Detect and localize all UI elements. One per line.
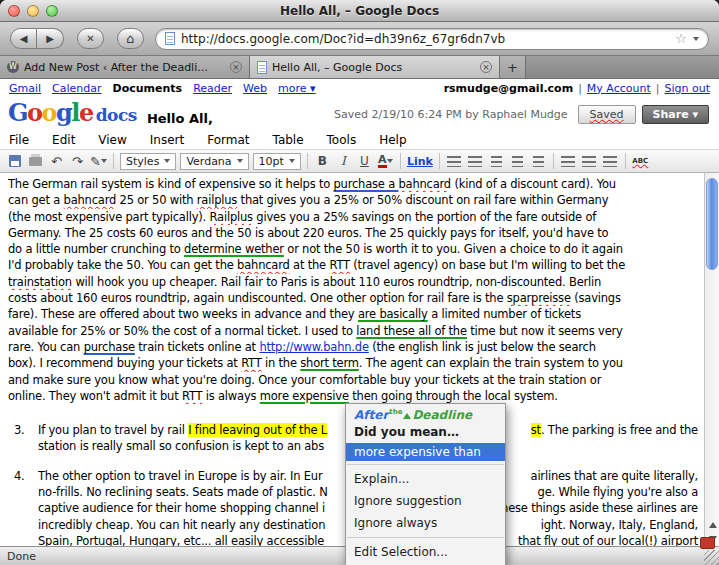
text-segment: no-frills. No reclining seats. Seats mad…: [38, 485, 328, 499]
menu-item-edit[interactable]: Edit: [52, 133, 75, 147]
text-segment: at the: [290, 258, 330, 272]
format-painter-button[interactable]: ✎: [90, 153, 107, 170]
menu-item-table[interactable]: Table: [273, 133, 304, 147]
text-segment: ge. While flying you're also a: [538, 485, 698, 499]
insert-link-button[interactable]: Link: [407, 153, 433, 170]
indent-increase-button[interactable]: [509, 153, 526, 170]
url-input[interactable]: [181, 32, 669, 46]
menu-item-view[interactable]: View: [98, 133, 126, 147]
indent-decrease-button[interactable]: [488, 153, 505, 170]
browser-tab[interactable]: WAdd New Post ‹ After the Deadli...×: [0, 56, 250, 78]
close-window-button[interactable]: [8, 5, 20, 17]
text-segment: and make sure you know what you're doing…: [8, 373, 601, 387]
line-left-fragment: If you plan to travel by rail I find lea…: [38, 423, 327, 437]
align-left-icon: [561, 156, 575, 167]
popup-menu-item[interactable]: Ignore always: [346, 512, 505, 534]
scrollbar-thumb[interactable]: [706, 178, 718, 270]
document-title: Hello All,: [147, 111, 213, 126]
redo-button[interactable]: ↷: [69, 153, 86, 170]
undo-button[interactable]: ↶: [48, 153, 65, 170]
tab-title: Hello All, – Google Docs: [272, 61, 475, 74]
font-dropdown[interactable]: Verdana: [180, 153, 248, 170]
print-icon: [29, 157, 42, 166]
text-segment: are basically: [358, 307, 428, 321]
text-segment: Railplus: [210, 210, 253, 224]
scroll-up-button[interactable]: [705, 518, 719, 532]
account-link[interactable]: My Account: [587, 82, 651, 95]
google-service-link[interactable]: Web: [243, 82, 267, 95]
menu-item-insert[interactable]: Insert: [150, 133, 184, 147]
text-segment: trainstation: [8, 275, 72, 289]
zoom-window-button[interactable]: [46, 5, 58, 17]
popup-menu-item[interactable]: Edit Selection...: [346, 541, 505, 563]
menu-item-help[interactable]: Help: [379, 133, 406, 147]
bullet-list-button[interactable]: [467, 153, 484, 170]
menu-item-file[interactable]: File: [9, 133, 29, 147]
spellcheck-button[interactable]: ABC: [632, 153, 649, 170]
logo-letter: o: [27, 98, 42, 127]
save-button-toolbar[interactable]: [6, 153, 23, 170]
align-right-button[interactable]: [602, 153, 619, 170]
italic-button[interactable]: I: [335, 153, 352, 170]
text-segment: incredibly cheap. You can hit nearly any…: [38, 518, 325, 532]
google-service-link[interactable]: Reader: [193, 82, 232, 95]
vertical-scrollbar[interactable]: [704, 173, 719, 546]
window-titlebar[interactable]: Hello All, – Google Docs: [0, 0, 719, 22]
text-segment: (kind of a discount card). You: [451, 177, 616, 191]
text-segment: The other option to travel in Europe is …: [38, 469, 322, 483]
chevron-down-icon: [387, 159, 393, 163]
logo-letter: g: [56, 98, 71, 127]
tab-close-icon[interactable]: ×: [480, 61, 492, 73]
google-service-link[interactable]: more ▾: [278, 82, 316, 95]
text-color-button[interactable]: A: [377, 153, 394, 170]
address-bar[interactable]: ☆: [155, 28, 709, 50]
back-button[interactable]: ◀: [10, 28, 37, 49]
font-size-dropdown[interactable]: 10pt: [253, 153, 301, 170]
docs-menu-bar: FileEditViewInsertFormatTableToolsHelp: [0, 131, 719, 149]
numbered-list-button[interactable]: [446, 153, 463, 170]
text-segment: is always: [202, 389, 259, 403]
share-button[interactable]: Share ▾: [642, 105, 709, 124]
stop-button[interactable]: ✕: [77, 28, 104, 49]
underline-button[interactable]: U: [356, 153, 373, 170]
bookmark-star-icon[interactable]: ☆: [675, 32, 687, 45]
google-service-link[interactable]: Calendar: [52, 82, 101, 95]
after-the-deadline-badge-icon[interactable]: [700, 537, 715, 549]
saved-button[interactable]: Saved: [578, 105, 636, 124]
text-segment: these things aside these airlines are: [497, 501, 698, 515]
browser-tab[interactable]: Hello All, – Google Docs×: [250, 56, 500, 78]
align-center-button[interactable]: [581, 153, 598, 170]
print-button[interactable]: [27, 153, 44, 170]
minimize-window-button[interactable]: [27, 5, 39, 17]
forward-button[interactable]: ▶: [37, 28, 64, 49]
font-size-label: 10pt: [259, 155, 284, 168]
align-left-button[interactable]: [560, 153, 577, 170]
menu-separator: [347, 464, 504, 465]
url-dropdown-icon[interactable]: [693, 37, 699, 41]
menu-item-format[interactable]: Format: [207, 133, 249, 147]
line-left-fragment: incredibly cheap. You can hit nearly any…: [38, 518, 325, 532]
styles-dropdown[interactable]: Styles: [120, 153, 176, 170]
popup-menu-item[interactable]: Explain...: [346, 468, 505, 490]
logo-letters: Google: [8, 98, 93, 127]
blockquote-button[interactable]: [530, 153, 547, 170]
list-item-number: 4.: [14, 468, 25, 484]
popup-menu-item[interactable]: Ignore suggestion: [346, 490, 505, 512]
bold-button[interactable]: B: [314, 153, 331, 170]
resize-grip[interactable]: [704, 550, 719, 565]
text-segment: bahncard: [237, 258, 290, 272]
save-icon: [9, 155, 21, 167]
text-segment: Germany. The 25 costs 60 euros and the 5…: [8, 226, 608, 240]
tab-strip: WAdd New Post ‹ After the Deadli...×Hell…: [0, 56, 500, 78]
home-button[interactable]: ⌂: [117, 28, 144, 49]
account-link[interactable]: Sign out: [664, 82, 710, 95]
google-service-link[interactable]: Gmail: [9, 82, 41, 95]
new-tab-button[interactable]: +: [500, 56, 526, 78]
document-line: box). I recommend buying your tickets at…: [8, 355, 700, 371]
spellcheck-suggestion-menu: AftertheDeadline Did you mean…more expen…: [345, 403, 506, 565]
menu-item-tools[interactable]: Tools: [327, 133, 357, 147]
text-segment: a limited number of tickets: [428, 307, 581, 321]
text-segment: ight. Norway, Italy, England,: [541, 518, 698, 532]
popup-menu-item[interactable]: more expensive than: [346, 443, 505, 461]
tab-close-icon[interactable]: ×: [230, 61, 242, 73]
